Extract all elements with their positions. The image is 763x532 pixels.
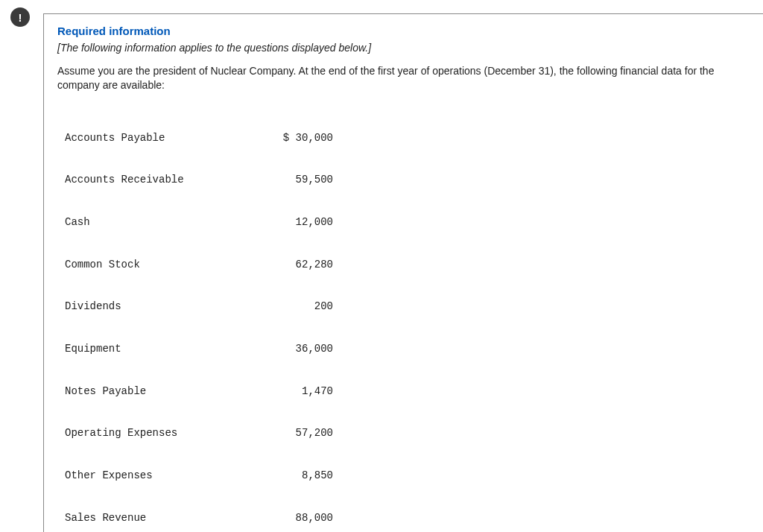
required-info-box: Required information [The following info… [43, 13, 763, 532]
exclamation-icon: ! [10, 7, 30, 27]
table-row: Sales Revenue88,000 [65, 511, 750, 525]
scenario-text: Assume you are the president of Nuclear … [57, 64, 750, 92]
table-row: Other Expenses8,850 [65, 469, 750, 483]
required-heading: Required information [57, 25, 750, 37]
table-row: Equipment36,000 [65, 342, 750, 356]
table-row: Cash12,000 [65, 215, 750, 229]
table-row: Accounts Payable$ 30,000 [65, 131, 750, 145]
table-row: Accounts Receivable59,500 [65, 173, 750, 187]
table-row: Common Stock62,280 [65, 258, 750, 272]
financial-data-table: Accounts Payable$ 30,000 Accounts Receiv… [65, 103, 750, 532]
table-row: Dividends200 [65, 300, 750, 314]
italic-note: [The following information applies to th… [57, 42, 750, 54]
table-row: Operating Expenses57,200 [65, 426, 750, 440]
info-badge: ! [10, 7, 30, 27]
table-row: Notes Payable1,470 [65, 384, 750, 399]
